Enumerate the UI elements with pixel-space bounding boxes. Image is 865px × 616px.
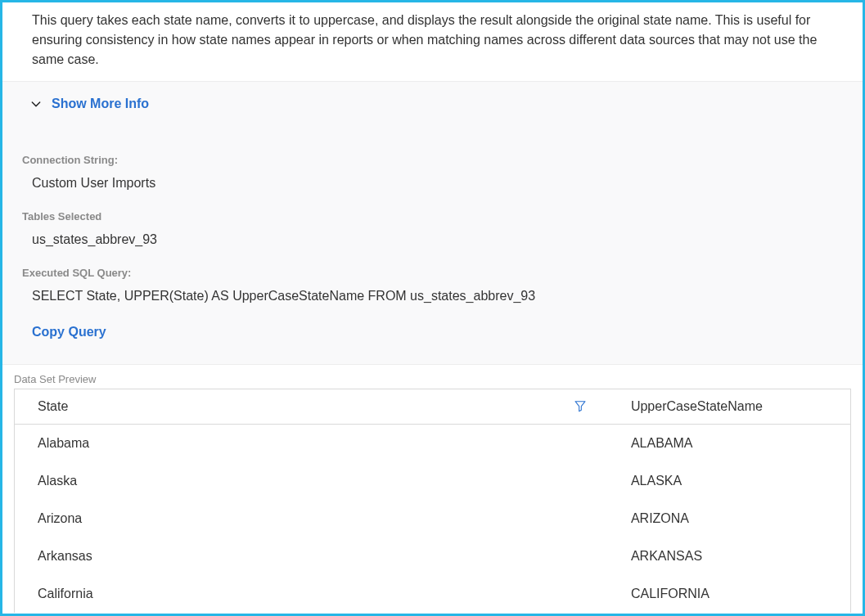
cell-uppercase-state: ARKANSAS xyxy=(608,537,850,575)
column-header-state-label: State xyxy=(38,399,68,413)
table-header-row: State UpperCaseStateName xyxy=(15,389,850,425)
cell-state: California xyxy=(15,575,608,613)
column-header-state[interactable]: State xyxy=(15,389,608,425)
cell-state: Arkansas xyxy=(15,537,608,575)
cell-state: Arizona xyxy=(15,500,608,537)
executed-sql-label: Executed SQL Query: xyxy=(22,267,863,279)
column-header-uppercase[interactable]: UpperCaseStateName xyxy=(608,389,850,425)
app-frame: This query takes each state name, conver… xyxy=(0,0,865,616)
cell-state: Alabama xyxy=(15,425,608,463)
cell-uppercase-state: CALIFORNIA xyxy=(608,575,850,613)
cell-uppercase-state: ALABAMA xyxy=(608,425,850,463)
connection-string-label: Connection String: xyxy=(22,154,863,166)
table-row: ArkansasARKANSAS xyxy=(15,537,850,575)
tables-selected-label: Tables Selected xyxy=(22,210,863,223)
table-row: CaliforniaCALIFORNIA xyxy=(15,575,850,613)
filter-icon[interactable] xyxy=(574,399,588,414)
executed-sql-value: SELECT State, UPPER(State) AS UpperCaseS… xyxy=(22,279,863,304)
meta-block: Connection String: Custom User Imports T… xyxy=(2,115,863,364)
svg-marker-0 xyxy=(575,402,585,411)
query-description: This query takes each state name, conver… xyxy=(2,2,863,81)
table-row: ArizonaARIZONA xyxy=(15,500,850,537)
chevron-down-icon xyxy=(29,97,43,111)
cell-state: Alaska xyxy=(15,462,608,500)
cell-uppercase-state: ALASKA xyxy=(608,462,850,500)
show-more-label: Show More Info xyxy=(52,97,149,111)
show-more-toggle[interactable]: Show More Info xyxy=(2,82,863,115)
table-row: AlaskaALASKA xyxy=(15,462,850,500)
connection-string-value: Custom User Imports xyxy=(22,166,863,191)
tables-selected-value: us_states_abbrev_93 xyxy=(22,223,863,247)
table-row: AlabamaALABAMA xyxy=(15,425,850,463)
info-panel: Show More Info Connection String: Custom… xyxy=(2,81,863,365)
data-set-preview-label: Data Set Preview xyxy=(2,365,863,389)
column-header-uppercase-label: UpperCaseStateName xyxy=(631,399,763,413)
cell-uppercase-state: ARIZONA xyxy=(608,500,850,537)
copy-query-button[interactable]: Copy Query xyxy=(22,304,106,356)
data-set-preview-table: State UpperCaseStateName AlabamaALABAMAA… xyxy=(14,389,851,613)
